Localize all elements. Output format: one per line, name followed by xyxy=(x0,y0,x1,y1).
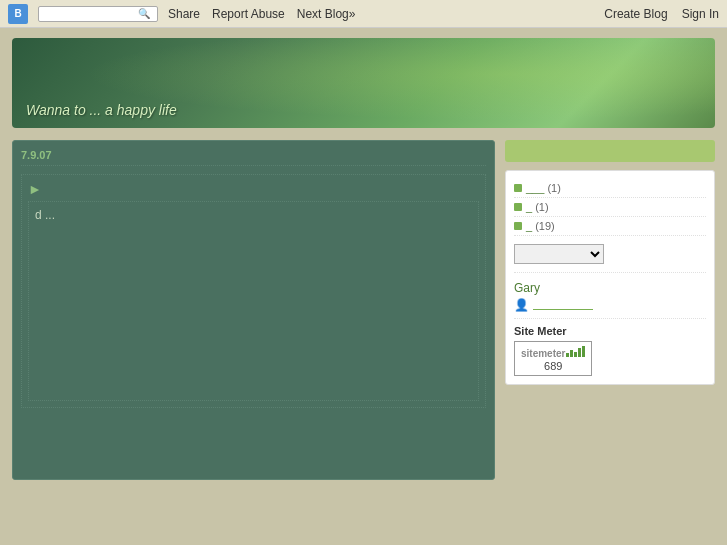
next-blog-link[interactable]: Next Blog» xyxy=(297,7,356,21)
sitemeter-bars xyxy=(566,345,585,357)
main-wrapper: Wanna to ... a happy life 7.9.07 ► d ... xyxy=(0,28,727,490)
sitemeter-widget[interactable]: sitemeter 689 xyxy=(514,341,592,376)
archive-bullet-3 xyxy=(514,222,522,230)
sitemeter-inner: sitemeter 689 xyxy=(521,345,585,372)
archive-link-2[interactable]: _ (1) xyxy=(526,201,549,213)
search-icon[interactable]: 🔍 xyxy=(138,8,150,19)
profile-underline xyxy=(533,300,593,310)
search-box: 🔍 xyxy=(38,6,158,22)
archive-bullet-2 xyxy=(514,203,522,211)
sidebar-dropdown-section xyxy=(514,244,706,273)
sitemeter-logo: sitemeter xyxy=(521,345,585,359)
share-link[interactable]: Share xyxy=(168,7,200,21)
sm-bar-5 xyxy=(582,346,585,357)
report-abuse-link[interactable]: Report Abuse xyxy=(212,7,285,21)
sitemeter-label: Site Meter xyxy=(514,325,706,337)
archive-bullet-1 xyxy=(514,184,522,192)
archive-item-3: _ (19) xyxy=(514,217,706,236)
sm-bar-2 xyxy=(570,350,573,357)
sitemeter-count: 689 xyxy=(544,360,562,372)
archive-item-1: ___ (1) xyxy=(514,179,706,198)
content-area: 7.9.07 ► d ... ___ (1) xyxy=(12,140,715,480)
archive-count-1: (1) xyxy=(547,182,560,194)
post-item: ► d ... xyxy=(21,174,486,408)
topbar-right: Create Blog Sign In xyxy=(604,7,719,21)
archive-link-1[interactable]: ___ (1) xyxy=(526,182,561,194)
archive-link-3[interactable]: _ (19) xyxy=(526,220,555,232)
sidebar-header-bar xyxy=(505,140,715,162)
sitemeter-section: Site Meter sitemeter xyxy=(514,325,706,376)
post-date-header: 7.9.07 xyxy=(21,149,486,166)
search-input[interactable] xyxy=(43,8,138,20)
archive-select[interactable] xyxy=(514,244,604,264)
sitemeter-text: sitemeter xyxy=(521,348,565,359)
profile-person-icon: 👤 xyxy=(514,298,529,312)
create-blog-link[interactable]: Create Blog xyxy=(604,7,667,21)
sidebar: ___ (1) _ (1) _ (19) xyxy=(505,140,715,480)
profile-name[interactable]: Gary xyxy=(514,281,706,295)
profile-icon-row: 👤 xyxy=(514,298,706,312)
post-content-area: d ... xyxy=(28,201,479,401)
blogger-logo: B xyxy=(8,4,28,24)
top-navbar: B 🔍 Share Report Abuse Next Blog» Create… xyxy=(0,0,727,28)
main-posts: 7.9.07 ► d ... xyxy=(12,140,495,480)
post-text: d ... xyxy=(35,208,55,222)
archive-count-2: (1) xyxy=(535,201,548,213)
blog-title: Wanna to ... a happy life xyxy=(26,102,177,118)
archive-count-3: (19) xyxy=(535,220,555,232)
sm-bar-3 xyxy=(574,352,577,357)
sidebar-widget: ___ (1) _ (1) _ (19) xyxy=(505,170,715,385)
hero-banner: Wanna to ... a happy life xyxy=(12,38,715,128)
sm-bar-4 xyxy=(578,348,581,357)
sign-in-link[interactable]: Sign In xyxy=(682,7,719,21)
archive-item-2: _ (1) xyxy=(514,198,706,217)
sm-bar-1 xyxy=(566,353,569,357)
topbar-nav: Share Report Abuse Next Blog» xyxy=(168,7,355,21)
profile-section: Gary 👤 xyxy=(514,281,706,319)
post-arrow-icon[interactable]: ► xyxy=(28,181,479,197)
